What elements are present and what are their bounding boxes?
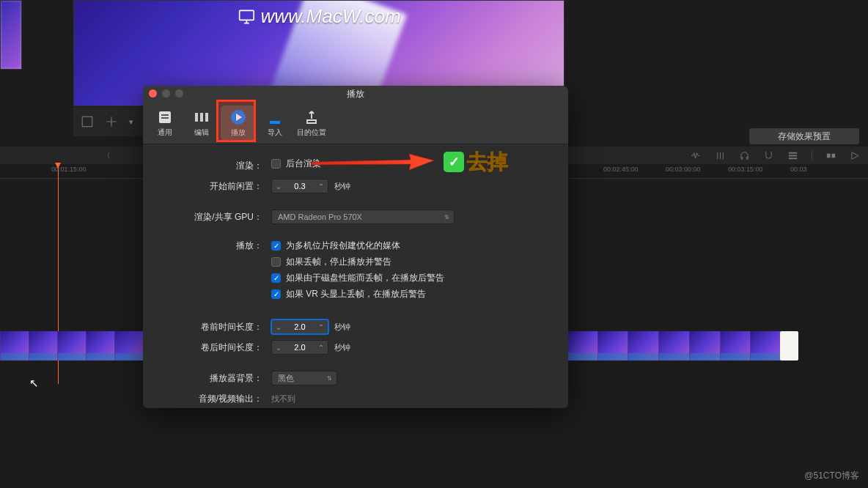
- stepper-down-icon[interactable]: ⌄: [272, 323, 285, 331]
- timeline-clip-left[interactable]: [0, 331, 143, 361]
- stepper-up-icon[interactable]: ⌃: [315, 344, 328, 352]
- vr-drop-warn-checkbox[interactable]: ✓: [271, 289, 281, 299]
- skimming-icon[interactable]: [715, 150, 726, 161]
- av-output-value: 找不到: [271, 393, 295, 404]
- mouse-cursor-icon: ↖: [29, 377, 39, 390]
- player-bg-dropdown[interactable]: 黑色⇅: [271, 371, 337, 385]
- playback-label: 播放：: [158, 240, 271, 252]
- ruler-tick: 00:03:15:00: [728, 166, 763, 173]
- tab-editing[interactable]: 编辑: [184, 106, 219, 141]
- stepper-up-icon[interactable]: ⌃: [315, 323, 328, 331]
- play-fullscreen-icon[interactable]: [850, 150, 861, 161]
- close-window-icon[interactable]: [149, 89, 157, 97]
- playback-tab-icon: [230, 109, 246, 125]
- headphones-icon[interactable]: [739, 150, 750, 161]
- back-icon[interactable]: 〈: [103, 150, 111, 161]
- destinations-tab-icon: [304, 109, 320, 125]
- render-label: 渲染：: [158, 160, 271, 172]
- preroll-label: 卷前时间长度：: [158, 321, 271, 333]
- tab-playback[interactable]: 播放: [221, 106, 256, 141]
- svg-rect-3: [789, 155, 797, 156]
- import-tab-icon: [267, 109, 283, 125]
- stepper-down-icon[interactable]: ⌄: [272, 344, 285, 352]
- postroll-label: 卷后时间长度：: [158, 341, 271, 354]
- idle-label: 开始前闲置：: [158, 180, 271, 193]
- timeline-view-icons: [691, 147, 861, 164]
- timeline-clip-end[interactable]: [780, 331, 798, 361]
- background-render-checkbox[interactable]: [271, 159, 281, 169]
- general-tab-icon: [157, 109, 173, 125]
- editing-tab-icon: [194, 109, 210, 125]
- crop-tool-icon[interactable]: [81, 115, 94, 128]
- tab-destinations[interactable]: 目的位置: [294, 106, 329, 141]
- audio-skimming-icon[interactable]: [691, 150, 702, 161]
- disk-drop-warn-checkbox[interactable]: ✓: [271, 273, 281, 283]
- clip-appearance-icon[interactable]: [825, 150, 836, 161]
- background-render-text: 后台渲染: [286, 158, 321, 170]
- postroll-stepper[interactable]: ⌄ 2.0 ⌃: [271, 340, 328, 355]
- svg-rect-8: [161, 114, 169, 116]
- transform-tool-icon[interactable]: [105, 115, 118, 128]
- tab-general[interactable]: 通用: [147, 106, 183, 141]
- svg-rect-0: [240, 10, 254, 20]
- svg-rect-12: [205, 113, 208, 122]
- dialog-titlebar[interactable]: 播放: [143, 86, 568, 102]
- svg-rect-1: [82, 117, 92, 127]
- preferences-body: 渲染： 后台渲染 开始前闲置： ⌄ 0.3 ⌃ 秒钟 渲染/共享 GPU：: [143, 144, 568, 408]
- svg-rect-10: [195, 113, 198, 122]
- tab-import[interactable]: 导入: [257, 106, 293, 141]
- svg-rect-11: [200, 113, 203, 122]
- separator: [812, 150, 812, 160]
- viewer-watermark: www.MacW.com: [237, 5, 400, 28]
- idle-time-stepper[interactable]: ⌄ 0.3 ⌃: [271, 179, 328, 193]
- snap-icon[interactable]: [763, 150, 774, 161]
- multicam-checkbox[interactable]: ✓: [271, 241, 281, 251]
- stepper-down-icon[interactable]: ⌄: [272, 182, 285, 191]
- svg-rect-6: [831, 153, 835, 158]
- svg-rect-5: [827, 153, 831, 158]
- save-preset-button[interactable]: 存储效果预置: [749, 128, 859, 144]
- gpu-label: 渲染/共享 GPU：: [158, 211, 271, 223]
- dialog-title: 播放: [347, 88, 364, 100]
- minimize-window-icon[interactable]: [162, 89, 170, 97]
- ruler-tick: 00:03:00:00: [666, 166, 701, 173]
- preroll-stepper[interactable]: ⌄ 2.0 ⌃: [271, 319, 328, 334]
- list-view-icon[interactable]: [787, 150, 798, 161]
- page-watermark: @51CTO博客: [804, 470, 859, 482]
- tool-dropdown-icon[interactable]: ▾: [129, 117, 133, 127]
- zoom-window-icon[interactable]: [175, 89, 183, 97]
- preferences-tabs: 通用 编辑 播放 导入 目的位置: [143, 102, 568, 144]
- ruler-tick: 00:03: [790, 166, 807, 173]
- browser-thumbnail[interactable]: [0, 0, 22, 70]
- ruler-tick: 00:02:45:00: [603, 166, 639, 173]
- gpu-dropdown[interactable]: AMD Radeon Pro 570X⇅: [271, 210, 455, 224]
- svg-rect-9: [161, 117, 169, 119]
- timeline-clip-right[interactable]: [567, 331, 781, 361]
- svg-rect-2: [789, 152, 797, 153]
- preferences-dialog: 播放 通用 编辑 播放 导入 目的位置 渲染：: [143, 86, 568, 408]
- svg-rect-4: [789, 158, 797, 159]
- stop-on-drop-checkbox[interactable]: [271, 257, 281, 267]
- player-bg-label: 播放器背景：: [158, 372, 271, 385]
- av-output-label: 音频/视频输出：: [158, 393, 271, 405]
- stepper-up-icon[interactable]: ⌃: [315, 182, 328, 191]
